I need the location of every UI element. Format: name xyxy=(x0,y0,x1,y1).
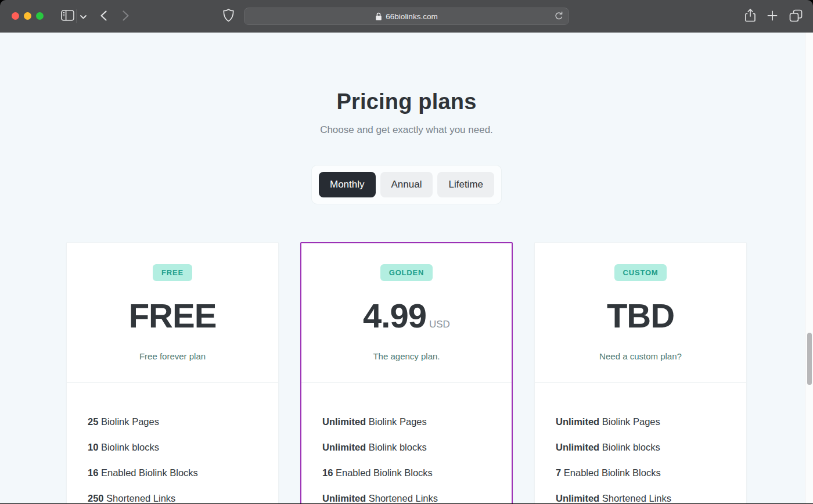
close-window-button[interactable] xyxy=(12,12,19,20)
tab-overview-button[interactable] xyxy=(787,9,804,24)
billing-period-toggle: Monthly Annual Lifetime xyxy=(311,165,502,204)
feature-item: Unlimited Shortened Links xyxy=(556,493,746,503)
feature-item: Unlimited Biolink Pages xyxy=(556,416,746,427)
feature-list: Unlimited Biolink Pages Unlimited Biolin… xyxy=(301,383,512,503)
plan-price: TBD xyxy=(546,299,735,333)
feature-value: Unlimited xyxy=(556,442,599,452)
sidebar-icon xyxy=(61,10,74,23)
feature-item: 7 Enabled Biolink Blocks xyxy=(556,467,746,478)
feature-text: Enabled Biolink Blocks xyxy=(333,467,433,478)
feature-value: 16 xyxy=(322,467,333,478)
browser-toolbar: 66biolinks.com xyxy=(0,0,813,33)
reload-icon xyxy=(555,12,563,23)
reload-button[interactable] xyxy=(552,10,565,23)
plan-description: Need a custom plan? xyxy=(546,351,735,382)
price-value: FREE xyxy=(129,297,217,334)
toggle-monthly[interactable]: Monthly xyxy=(319,172,376,197)
forward-button[interactable] xyxy=(120,10,131,23)
pricing-card-golden: GOLDEN 4.99USD The agency plan. Unlimite… xyxy=(300,242,513,503)
plan-description: The agency plan. xyxy=(313,351,500,382)
feature-text: Biolink Pages xyxy=(366,416,427,427)
card-header: GOLDEN 4.99USD The agency plan. xyxy=(301,243,512,383)
feature-list: Unlimited Biolink Pages Unlimited Biolin… xyxy=(535,383,746,503)
plan-badge: FREE xyxy=(153,264,192,281)
plus-icon xyxy=(767,10,778,23)
feature-value: 25 xyxy=(88,416,98,427)
shield-icon xyxy=(223,9,234,24)
feature-value: 16 xyxy=(88,467,98,478)
feature-list: 25 Biolink Pages 10 Biolink blocks 16 En… xyxy=(67,383,278,503)
toggle-lifetime[interactable]: Lifetime xyxy=(437,172,494,197)
feature-item: Unlimited Biolink blocks xyxy=(556,442,746,453)
tab-group-menu-button[interactable] xyxy=(79,12,87,20)
feature-value: Unlimited xyxy=(556,416,599,427)
chevron-down-icon xyxy=(80,12,87,21)
page-subtitle: Choose and get exactly what you need. xyxy=(0,124,813,136)
share-button[interactable] xyxy=(743,9,757,24)
new-tab-button[interactable] xyxy=(765,9,779,23)
price-currency: USD xyxy=(429,319,450,330)
share-icon xyxy=(745,9,756,24)
feature-text: Shortened Links xyxy=(366,493,438,503)
toggle-annual[interactable]: Annual xyxy=(380,172,433,197)
feature-text: Biolink blocks xyxy=(366,442,427,452)
scrollbar-thumb[interactable] xyxy=(807,333,812,385)
page-content: Pricing plans Choose and get exactly wha… xyxy=(0,33,813,503)
card-header: FREE FREE Free forever plan xyxy=(67,243,278,383)
feature-value: 7 xyxy=(556,467,561,478)
vertical-scrollbar[interactable] xyxy=(805,33,813,503)
pricing-card-free: FREE FREE Free forever plan 25 Biolink P… xyxy=(66,242,279,503)
feature-value: Unlimited xyxy=(322,493,366,503)
toolbar-divider xyxy=(76,9,77,23)
browser-window: 66biolinks.com xyxy=(0,0,813,504)
feature-text: Biolink Pages xyxy=(599,416,660,427)
fullscreen-window-button[interactable] xyxy=(36,12,44,20)
back-button[interactable] xyxy=(98,10,109,23)
pricing-card-custom: CUSTOM TBD Need a custom plan? Unlimited… xyxy=(534,242,747,503)
feature-value: 10 xyxy=(88,442,98,452)
plan-badge: CUSTOM xyxy=(614,264,667,281)
sidebar-toggle-button[interactable] xyxy=(60,9,75,23)
plan-description: Free forever plan xyxy=(78,351,267,382)
feature-text: Biolink Pages xyxy=(98,416,159,427)
tab-overview-icon xyxy=(789,9,803,24)
feature-item: Unlimited Biolink Pages xyxy=(322,416,512,427)
back-chevron-icon xyxy=(100,10,107,23)
feature-item: 16 Enabled Biolink Blocks xyxy=(88,467,278,478)
feature-value: Unlimited xyxy=(322,442,366,452)
lock-icon xyxy=(375,12,382,21)
feature-item: 16 Enabled Biolink Blocks xyxy=(322,467,512,478)
plan-price: 4.99USD xyxy=(313,299,500,333)
feature-text: Enabled Biolink Blocks xyxy=(98,467,198,478)
address-url: 66biolinks.com xyxy=(386,12,437,21)
feature-text: Biolink blocks xyxy=(98,442,159,452)
plan-price: FREE xyxy=(78,299,267,333)
feature-text: Shortened Links xyxy=(104,493,176,503)
page-title: Pricing plans xyxy=(0,33,813,114)
price-value: TBD xyxy=(607,297,674,334)
feature-item: Unlimited Shortened Links xyxy=(322,493,512,503)
feature-item: Unlimited Biolink blocks xyxy=(322,442,512,453)
feature-text: Biolink blocks xyxy=(599,442,660,452)
feature-value: Unlimited xyxy=(556,493,599,503)
card-header: CUSTOM TBD Need a custom plan? xyxy=(535,243,746,383)
feature-text: Enabled Biolink Blocks xyxy=(561,467,661,478)
plan-badge: GOLDEN xyxy=(380,264,433,281)
feature-item: 25 Biolink Pages xyxy=(88,416,278,427)
feature-value: Unlimited xyxy=(322,416,366,427)
feature-value: 250 xyxy=(88,493,104,503)
feature-text: Shortened Links xyxy=(599,493,671,503)
minimize-window-button[interactable] xyxy=(24,12,31,20)
feature-item: 250 Shortened Links xyxy=(88,493,278,503)
pricing-cards: FREE FREE Free forever plan 25 Biolink P… xyxy=(0,242,813,503)
forward-chevron-icon xyxy=(123,10,129,23)
price-value: 4.99 xyxy=(363,297,426,334)
feature-item: 10 Biolink blocks xyxy=(88,442,278,453)
privacy-report-button[interactable] xyxy=(222,9,235,24)
window-controls xyxy=(12,12,44,20)
address-bar[interactable]: 66biolinks.com xyxy=(244,8,569,25)
